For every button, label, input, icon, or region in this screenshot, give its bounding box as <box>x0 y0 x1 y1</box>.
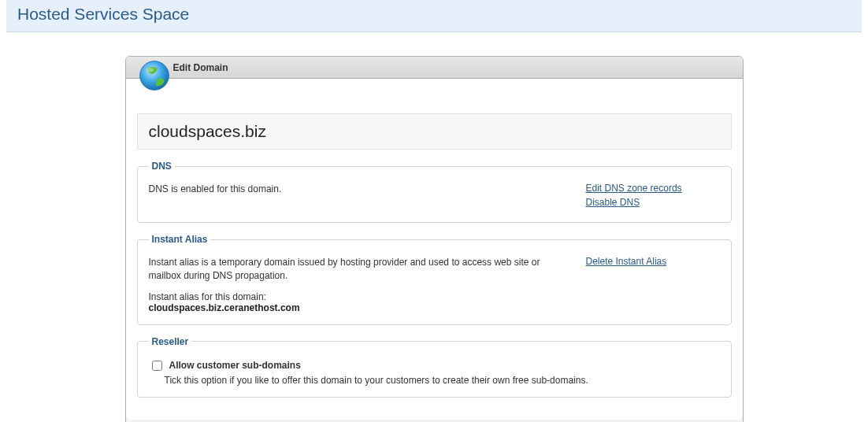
edit-dns-link[interactable]: Edit DNS zone records <box>586 183 720 194</box>
disable-dns-link[interactable]: Disable DNS <box>586 197 720 208</box>
dns-section: DNS DNS is enabled for this domain. Edit… <box>137 161 732 223</box>
allow-subdomains-checkbox[interactable] <box>152 361 162 371</box>
delete-alias-link[interactable]: Delete Instant Alias <box>586 256 720 267</box>
instant-alias-section: Instant Alias Instant alias is a tempora… <box>137 234 732 325</box>
svg-point-0 <box>139 61 169 91</box>
panel-title: Edit Domain <box>173 62 228 73</box>
alias-value: cloudspaces.biz.ceranethost.com <box>149 302 570 313</box>
panel-titlebar: Edit Domain <box>126 57 743 79</box>
domain-name: cloudspaces.biz <box>149 122 266 140</box>
panel-body: cloudspaces.biz DNS DNS is enabled for t… <box>126 79 743 420</box>
page-title: Hosted Services Space <box>17 5 189 23</box>
domain-name-box: cloudspaces.biz <box>137 113 732 150</box>
svg-point-1 <box>146 68 153 72</box>
alias-description: Instant alias is a temporary domain issu… <box>149 256 570 283</box>
page-header: Hosted Services Space <box>6 0 862 32</box>
edit-domain-panel: Edit Domain cloudspaces.biz DNS DNS is e… <box>125 56 744 422</box>
allow-subdomains-label: Allow customer sub-domains <box>169 360 301 371</box>
alias-legend: Instant Alias <box>149 234 211 245</box>
alias-label: Instant alias for this domain: <box>149 291 570 302</box>
dns-legend: DNS <box>149 161 175 172</box>
reseller-legend: Reseller <box>149 336 192 347</box>
globe-icon <box>137 58 172 93</box>
reseller-section: Reseller Allow customer sub-domains Tick… <box>137 336 732 398</box>
allow-subdomains-desc: Tick this option if you like to offer th… <box>165 375 720 386</box>
dns-status: DNS is enabled for this domain. <box>149 183 570 196</box>
